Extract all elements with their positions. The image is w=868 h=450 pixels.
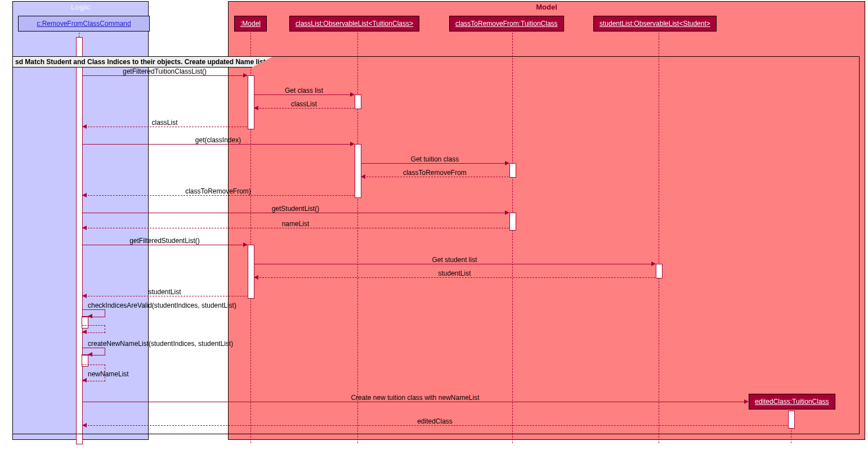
msg-m14-line: [82, 296, 247, 296]
msg-m4-line: [82, 127, 247, 127]
msg-m15-loop: [82, 309, 105, 317]
msg-m10-line: [82, 228, 509, 228]
msg-m19-label: editedClass: [82, 417, 788, 425]
msg-m18-label: Create new tuition class with newNameLis…: [82, 394, 748, 402]
participant-model: :Model: [234, 16, 267, 32]
msg-m6-label: Get tuition class: [361, 155, 509, 163]
msg-m13-line: [254, 277, 655, 278]
participant-c-label: c:RemoveFromClassCommand: [37, 20, 131, 28]
msg-m7-label: classToRemoveFrom: [361, 169, 509, 177]
msg-m9-line: [82, 213, 509, 213]
msg-m15-arrow: [88, 314, 92, 318]
participant-classtoremove-label: classToRemoveFrom:TuitionClass: [455, 20, 558, 28]
sequence-diagram: Logic Model c:RemoveFromClassCommand :Mo…: [0, 0, 868, 450]
msg-m4-label: classList: [82, 119, 247, 127]
participant-model-label: :Model: [240, 20, 261, 28]
participant-studentlist: studentList:ObservableList<Student>: [593, 16, 717, 32]
msg-m17-return-arrow: [82, 378, 87, 382]
participant-c: c:RemoveFromClassCommand: [18, 16, 150, 32]
participant-classlist-label: classList:ObservableList<TuitionClass>: [296, 20, 413, 28]
package-logic-title: Logic: [13, 2, 148, 12]
msg-m11-label: getFilteredStudentList(): [82, 237, 247, 245]
sd-frame-label: sd Match Student and Class Indices to th…: [13, 57, 272, 68]
msg-m3-label: classList: [254, 100, 354, 108]
msg-m14-label: studentList: [82, 288, 247, 296]
msg-m12-line: [254, 264, 655, 264]
msg-m1-line: [82, 75, 247, 76]
participant-classtoremove: classToRemoveFrom:TuitionClass: [449, 16, 564, 32]
sd-frame: [12, 56, 860, 434]
msg-m15-return-arrow: [82, 330, 87, 334]
msg-m9-label: getStudentList(): [82, 205, 509, 213]
msg-m16-loop: [82, 348, 105, 356]
msg-m8-label: classToRemoveFrom): [82, 187, 354, 195]
msg-m1-label: getFilteredTuitionClassList(): [82, 68, 247, 75]
msg-m12-label: Get student list: [254, 256, 655, 264]
msg-m16-label: createNewNameList(studentIndices, studen…: [88, 340, 233, 348]
msg-m19-line: [82, 425, 788, 426]
msg-m2-line: [254, 94, 354, 95]
msg-m18-line: [82, 402, 748, 402]
msg-m5-label: get(classIndex): [82, 136, 354, 144]
participant-studentlist-label: studentList:ObservableList<Student>: [599, 20, 710, 28]
msg-m5-line: [82, 144, 354, 145]
msg-m16-arrow: [88, 352, 92, 357]
msg-m2-label: Get class list: [254, 87, 354, 94]
msg-m13-label: studentList: [254, 269, 655, 277]
participant-classlist: classList:ObservableList<TuitionClass>: [289, 16, 419, 32]
package-model-title: Model: [229, 2, 865, 12]
msg-m6-line: [361, 163, 509, 164]
msg-m17-label: newNameList: [88, 370, 129, 378]
msg-m8-line: [82, 195, 354, 196]
msg-m10-label: nameList: [82, 220, 509, 228]
msg-m3-line: [254, 108, 354, 109]
msg-m11-line: [82, 245, 247, 245]
msg-m7-line: [361, 177, 509, 177]
msg-m15-label: checkIndicesAreValid(studentIndices, stu…: [88, 302, 236, 309]
